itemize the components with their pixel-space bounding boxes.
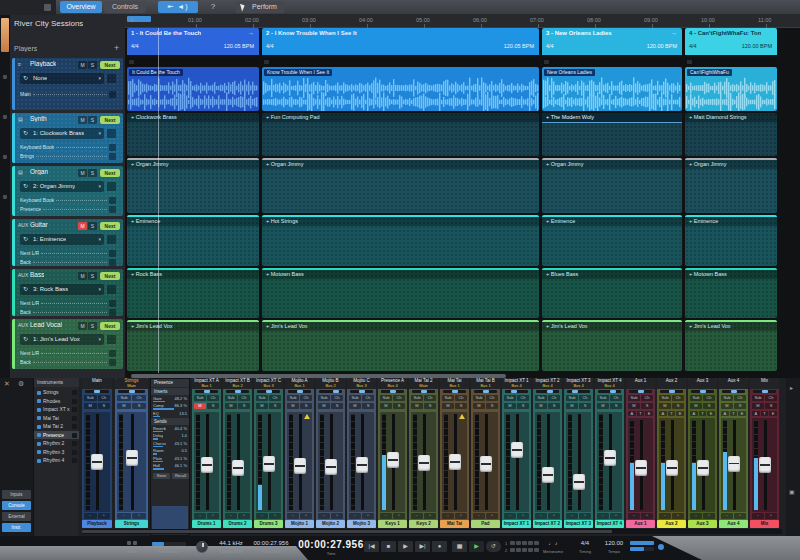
macro-row[interactable]: Gate48.2 %	[151, 396, 189, 404]
pan-handle[interactable]	[700, 390, 706, 393]
channel-strip-drums-3[interactable]: Impact XT CBus 3SubChMS~^Drums 3	[254, 378, 283, 528]
patch-options-button[interactable]	[107, 235, 116, 244]
mute-button[interactable]: M	[721, 403, 733, 409]
solo-button[interactable]: S	[132, 403, 146, 409]
solo-button[interactable]: S	[238, 403, 250, 409]
monitor-knob[interactable]	[196, 541, 208, 553]
field-value-box[interactable]	[109, 197, 116, 204]
patch-options-button[interactable]	[107, 129, 116, 138]
pan-slider[interactable]	[722, 390, 745, 393]
cell-vocal[interactable]: + Jim's Lead Vox	[127, 320, 259, 371]
channel-button[interactable]: Ch	[98, 395, 111, 401]
instrument-item-strings[interactable]: Strings	[34, 388, 79, 397]
mute-button[interactable]: M	[411, 403, 423, 409]
macro-row[interactable]: Reverb40.4 %	[151, 426, 189, 434]
fader-handle[interactable]	[511, 442, 523, 458]
channel-strip-drums-2[interactable]: Impact XT BBus 2SubChMS~^Drums 2	[223, 378, 252, 528]
player-patch-select[interactable]: ↻1: Clockwork Brass▾	[20, 128, 104, 139]
timing-value[interactable]: 4/4	[576, 540, 594, 546]
channel-name-tag[interactable]: Impact XT 3	[564, 520, 593, 528]
timeline-ruler[interactable]: 0 01:0002:0003:0004:0005:0006:0007:0008:…	[125, 15, 800, 28]
mute-button[interactable]: M	[473, 403, 485, 409]
macro-row[interactable]: Room0.5	[151, 448, 189, 456]
cell-guitar[interactable]: + Eminence	[127, 215, 259, 266]
player-patch-select[interactable]: ↻1: Jim's Lead Vox▾	[20, 334, 104, 345]
channel-strip-keys-1[interactable]: Presence ABus 4SubChMS~^Keys 1	[378, 378, 407, 528]
fader-handle[interactable]	[697, 460, 709, 476]
fader-handle[interactable]	[294, 458, 306, 474]
pan-curve-icon[interactable]: ^	[132, 513, 146, 519]
player-card-playback[interactable]: ≡PlaybackMSNext↻None▾Main	[12, 58, 123, 110]
cell-synth[interactable]: + The Modern Woly	[542, 113, 682, 156]
automation-icon[interactable]: ~	[566, 513, 578, 519]
aux-mode-button-a[interactable]: A	[659, 411, 667, 416]
player-patch-select[interactable]: ↻3: Rock Bass▾	[20, 284, 104, 295]
cell-guitar[interactable]: + Eminence	[685, 215, 777, 266]
automation-icon[interactable]: ~	[411, 513, 423, 519]
fader-handle[interactable]	[542, 467, 554, 483]
sub-button[interactable]: Sub	[535, 395, 547, 401]
playback-audio-clip[interactable]: Know Trouble When I See It	[262, 67, 539, 111]
fader-handle[interactable]	[126, 450, 138, 466]
pan-slider[interactable]	[629, 390, 652, 393]
song-header[interactable]: 4 - Can'tFightWhaFu: Ton4/4120.00 BPM	[685, 28, 777, 55]
channel-button[interactable]: Ch	[765, 395, 777, 401]
aux-mode-button-t[interactable]: T	[668, 411, 676, 416]
cell-guitar[interactable]: + Eminence	[542, 215, 682, 266]
pan-slider[interactable]	[753, 390, 776, 393]
channel-strip-impact-xt-4[interactable]: Impact XT 4Bus 4SubChMS~^Impact XT 4	[595, 378, 624, 528]
fader-handle[interactable]	[201, 457, 213, 473]
pan-curve-icon[interactable]: ^	[269, 513, 281, 519]
sub-button[interactable]: Sub	[597, 395, 609, 401]
player-field-keyboardbook[interactable]: Keyboard Book	[20, 196, 116, 204]
solo-button[interactable]: S	[486, 403, 498, 409]
player-next-button[interactable]: Next	[100, 169, 120, 177]
channel-button[interactable]: Ch	[610, 395, 622, 401]
player-patch-select[interactable]: ↻2: Organ Jimmy▾	[20, 181, 104, 192]
pan-slider[interactable]	[319, 390, 342, 393]
sub-button[interactable]: Sub	[628, 395, 640, 401]
aux-mode-button-t[interactable]: T	[730, 411, 738, 416]
mute-button[interactable]: M	[194, 403, 206, 409]
fader-handle[interactable]	[728, 456, 740, 472]
aux-mode-button-a[interactable]: A	[628, 411, 636, 416]
player-patch-select[interactable]: ↻1: Eminence▾	[20, 234, 104, 245]
automation-icon[interactable]: ~	[535, 513, 547, 519]
pan-handle[interactable]	[235, 390, 241, 393]
pan-curve-icon[interactable]: ^	[486, 513, 498, 519]
field-value-box[interactable]	[109, 153, 116, 160]
recall-button[interactable]: Recall	[172, 473, 189, 479]
mute-button[interactable]: M	[225, 403, 237, 409]
playhead[interactable]	[158, 28, 159, 373]
pan-handle[interactable]	[731, 390, 737, 393]
pan-handle[interactable]	[638, 390, 644, 393]
pan-handle[interactable]	[669, 390, 675, 393]
field-value-box[interactable]	[109, 250, 116, 257]
mute-button[interactable]: M	[117, 403, 131, 409]
instrument-remove-box[interactable]	[72, 450, 77, 455]
channel-strip-mix[interactable]: Mix SubChMSATE~^Mix	[750, 378, 779, 528]
automation-icon[interactable]: ~	[442, 513, 454, 519]
options-icon[interactable]: ▣	[789, 488, 795, 495]
automation-icon[interactable]: ~	[597, 513, 609, 519]
macro-row[interactable]: Delay1.0	[151, 433, 189, 441]
pan-handle[interactable]	[94, 390, 100, 393]
solo-button[interactable]: S	[672, 403, 684, 409]
perform-button[interactable]: Perform	[236, 1, 284, 13]
pan-handle[interactable]	[359, 390, 365, 393]
automation-icon[interactable]: ~	[752, 513, 764, 519]
automation-icon[interactable]: ~	[225, 513, 237, 519]
playback-audio-clip[interactable]: New Orleans Ladies	[542, 67, 682, 111]
player-next-button[interactable]: Next	[100, 222, 120, 230]
channel-strip-pad[interactable]: Mai Tai BBus 1SubChMS~^Pad	[471, 378, 500, 528]
automation-icon[interactable]: ~	[504, 513, 516, 519]
solo-button[interactable]: S	[765, 403, 777, 409]
mixer-rail-tab-console[interactable]: Console	[2, 501, 31, 510]
pan-slider[interactable]	[195, 390, 218, 393]
playback-lane[interactable]	[542, 58, 682, 66]
automation-icon[interactable]: ~	[721, 513, 733, 519]
pan-handle[interactable]	[572, 390, 578, 393]
channel-button[interactable]: Ch	[393, 395, 405, 401]
fader-handle[interactable]	[387, 452, 399, 468]
playback-audio-clip[interactable]: It Could Be the Touch	[127, 67, 259, 111]
